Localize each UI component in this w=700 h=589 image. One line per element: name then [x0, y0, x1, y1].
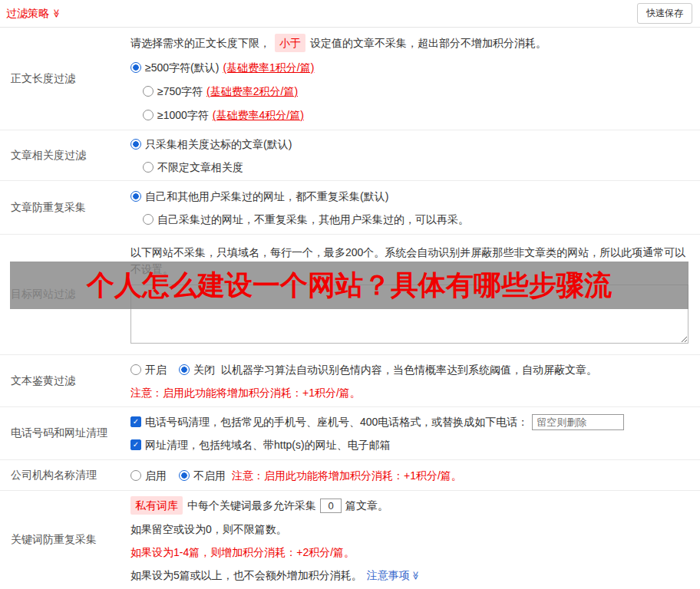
row-label: 电话号码和网址清理 [0, 407, 130, 459]
notice-link-label: 注意事项 [367, 567, 410, 584]
private-thesaurus-chip[interactable]: 私有词库 [130, 496, 183, 515]
row-label: 文章相关度过滤 [0, 130, 130, 180]
row-label: 文章防重复采集 [0, 181, 130, 234]
chevron-down-icon: ≫ [411, 571, 420, 580]
radio-icon[interactable] [179, 364, 190, 375]
page-header: 过滤策略 ≫ 快速保存 [0, 0, 700, 28]
radio-icon[interactable] [179, 470, 190, 481]
radio-icon[interactable] [143, 214, 154, 225]
checkbox-label: 网址清理，包括纯域名、带http(s)的网址、电子邮箱 [145, 436, 391, 453]
ad-overlay-text: 个人怎么建设一个网站？具体有哪些步骤流 [87, 267, 612, 304]
radio-label: 只采集相关度达标的文章(默认) [145, 136, 292, 153]
filter-strategy-title[interactable]: 过滤策略 ≫ [6, 7, 61, 21]
radio-icon[interactable] [130, 470, 141, 481]
radio-icon[interactable] [130, 62, 141, 73]
radio-icon[interactable] [130, 364, 141, 375]
radio-icon[interactable] [143, 86, 154, 97]
quick-save-button[interactable]: 快速保存 [637, 3, 692, 24]
keyword-note-five: 如果设为5篇或以上，也不会额外增加积分消耗。 [130, 567, 362, 584]
row-label: 公司机构名称清理 [0, 460, 130, 490]
phone-replace-input[interactable] [532, 414, 624, 430]
radio-relevance-unlimited[interactable]: 不限定文章相关度 [143, 159, 688, 176]
radio-label: ≥1000字符 [157, 107, 209, 123]
checkbox-phone-clean[interactable]: 电话号码清理，包括常见的手机号、座机号、400电话格式，或替换成如下电话： [130, 413, 528, 430]
porn-filter-note: 注意：启用此功能将增加积分消耗：+1积分/篇。 [130, 384, 688, 401]
radio-label: ≥500字符(默认) [145, 59, 219, 76]
radio-dedup-all[interactable]: 自己和其他用户采集过的网址，都不重复采集(默认) [130, 188, 688, 205]
page-title: 过滤策略 [6, 7, 49, 21]
radio-option-1000[interactable]: ≥1000字符 (基础费率4积分/篇) [143, 107, 688, 123]
keyword-count-input[interactable] [320, 499, 342, 513]
radio-label: 自己和其他用户采集过的网址，都不重复采集(默认) [145, 188, 388, 205]
checkbox-url-clean[interactable]: 网址清理，包括纯域名、带http(s)的网址、电子邮箱 [130, 436, 391, 453]
radio-option-500[interactable]: ≥500字符(默认) (基础费率1积分/篇) [130, 59, 688, 76]
row-dedup-filter: 文章防重复采集 自己和其他用户采集过的网址，都不重复采集(默认) 自己采集过的网… [0, 181, 700, 235]
radio-dedup-own[interactable]: 自己采集过的网址，不重复采集，其他用户采集过的，可以再采。 [143, 211, 688, 228]
radio-label: 不限定文章相关度 [157, 159, 243, 176]
radio-porn-off[interactable]: 关闭 [179, 361, 215, 378]
keyword-note-zero: 如果留空或设为0，则不限篇数。 [130, 521, 688, 538]
company-clean-note: 注意：启用此功能将增加积分消耗：+1积分/篇。 [232, 467, 462, 484]
row-length-filter: 正文长度过滤 请选择需求的正文长度下限， 小于 设定值的文章不采集，超出部分不增… [0, 28, 700, 130]
radio-company-on[interactable]: 启用 [130, 467, 167, 484]
radio-label: 自己采集过的网址，不重复采集，其他用户采集过的，可以再采。 [157, 211, 469, 228]
notice-link[interactable]: 注意事项 ≫ [367, 567, 421, 584]
rate-note: (基础费率1积分/篇) [223, 59, 314, 76]
row-porn-filter: 文本鉴黄过滤 开启 关闭 以机器学习算法自动识别色情内容，当色情概率达到系统阈值… [0, 355, 700, 407]
row-relevance-filter: 文章相关度过滤 只采集相关度达标的文章(默认) 不限定文章相关度 [0, 130, 700, 181]
radio-label: 关闭 [193, 361, 215, 378]
checkbox-label: 电话号码清理，包括常见的手机号、座机号、400电话格式，或替换成如下电话： [145, 413, 528, 430]
keyword-limit-text: 中每个关键词最多允许采集 [187, 497, 316, 514]
radio-icon[interactable] [130, 139, 141, 150]
keyword-note-cost: 如果设为1-4篇，则增加积分消耗：+2积分/篇。 [130, 544, 688, 561]
row-phone-url-clean: 电话号码和网址清理 电话号码清理，包括常见的手机号、座机号、400电话格式，或替… [0, 407, 700, 460]
radio-option-750[interactable]: ≥750字符 (基础费率2积分/篇) [143, 83, 688, 100]
checkbox-icon[interactable] [130, 416, 141, 427]
radio-porn-on[interactable]: 开启 [130, 361, 167, 378]
row-label: 关键词防重复采集 [0, 491, 130, 589]
highlight-chip: 小于 [275, 34, 305, 52]
radio-label: 不启用 [193, 467, 226, 484]
radio-label: ≥750字符 [157, 83, 203, 100]
radio-label: 启用 [145, 467, 167, 484]
rate-note: (基础费率2积分/篇) [206, 83, 298, 100]
radio-relevance-default[interactable]: 只采集相关度达标的文章(默认) [130, 136, 688, 153]
rate-note: (基础费率4积分/篇) [213, 107, 304, 123]
radio-label: 开启 [145, 361, 167, 378]
porn-filter-desc: 以机器学习算法自动识别色情内容，当色情概率达到系统阈值，自动屏蔽文章。 [221, 361, 597, 378]
radio-company-off[interactable]: 不启用 [179, 467, 226, 484]
length-filter-intro: 请选择需求的正文长度下限， 小于 设定值的文章不采集，超出部分不增加积分消耗。 [130, 34, 688, 52]
checkbox-icon[interactable] [130, 439, 141, 450]
radio-icon[interactable] [130, 191, 141, 202]
intro-pre: 请选择需求的正文长度下限， [130, 35, 270, 51]
row-label: 文本鉴黄过滤 [0, 355, 130, 406]
intro-post: 设定值的文章不采集，超出部分不增加积分消耗。 [310, 35, 546, 51]
ad-overlay[interactable]: 个人怎么建设一个网站？具体有哪些步骤流 [10, 262, 688, 309]
row-label: 正文长度过滤 [0, 28, 130, 130]
row-company-clean: 公司机构名称清理 启用 不启用 注意：启用此功能将增加积分消耗：+1积分/篇。 [0, 460, 700, 491]
chevron-down-icon: ≫ [52, 9, 61, 18]
row-keyword-dedup: 关键词防重复采集 私有词库 中每个关键词最多允许采集 篇文章。 如果留空或设为0… [0, 491, 700, 589]
radio-icon[interactable] [143, 110, 154, 120]
radio-icon[interactable] [143, 162, 154, 173]
keyword-limit-tail: 篇文章。 [345, 497, 388, 514]
